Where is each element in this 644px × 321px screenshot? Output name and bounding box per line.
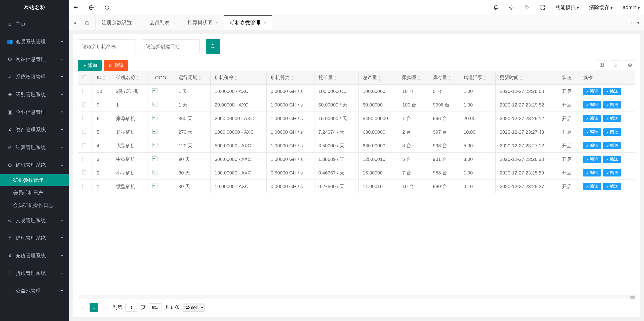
sidebar-subitem[interactable]: 矿机参数管理	[0, 174, 69, 186]
sidebar-item[interactable]: ⌂主页	[0, 15, 69, 33]
sidebar-item[interactable]: ◈级别管理系统▾	[0, 86, 69, 103]
send-button[interactable]: 赠送	[603, 183, 621, 190]
column-header[interactable]: 运行周期▴▾	[174, 71, 211, 85]
sort-icon[interactable]: ▴▾	[103, 74, 105, 81]
globe-icon[interactable]	[89, 5, 94, 10]
sort-icon[interactable]: ▴▾	[418, 74, 420, 81]
pager-page-input[interactable]	[125, 303, 138, 312]
row-checkbox[interactable]	[82, 89, 86, 93]
sort-icon[interactable]: ▴▾	[199, 74, 201, 81]
sidebar-item[interactable]: ¥资产管理系统▾	[0, 121, 69, 138]
column-header[interactable]: 库存量▴▾	[429, 71, 459, 85]
tag-icon[interactable]	[524, 5, 530, 10]
select-all-checkbox[interactable]	[82, 75, 86, 79]
name-input[interactable]	[78, 39, 136, 54]
column-header[interactable]: 更新时间▴▾	[496, 71, 558, 85]
close-icon[interactable]: ×	[173, 20, 175, 25]
sidebar-item[interactable]: ✓系统权限管理▾	[0, 68, 69, 86]
menu-toggle-icon[interactable]	[73, 5, 78, 10]
tab-home[interactable]	[79, 15, 96, 30]
column-header[interactable]: 矿机名称▴▾	[112, 71, 148, 85]
bell-icon[interactable]	[493, 5, 499, 10]
theme-icon[interactable]	[509, 5, 514, 10]
refresh-icon[interactable]	[104, 5, 110, 10]
header-clear-cache[interactable]: 清除缓存 ▾	[589, 4, 613, 11]
add-button[interactable]: ＋添加	[78, 60, 102, 71]
sort-icon[interactable]: ▴▾	[484, 74, 486, 81]
send-button[interactable]: 赠送	[603, 156, 621, 163]
column-header[interactable]: 状态	[558, 71, 579, 85]
row-checkbox[interactable]	[82, 102, 86, 106]
tab[interactable]: 会员列表×	[143, 15, 181, 30]
send-button[interactable]: 赠送	[603, 88, 621, 95]
row-checkbox[interactable]	[82, 157, 86, 161]
column-header[interactable]: 限购量▴▾	[398, 71, 429, 85]
tab[interactable]: 矿机参数管理×	[224, 15, 272, 30]
date-input[interactable]	[142, 39, 200, 54]
row-checkbox[interactable]	[82, 170, 86, 174]
sidebar-item[interactable]: ⋮公益池管理▾	[0, 282, 69, 300]
sidebar-item[interactable]: ⋮货币管理系统▾	[0, 264, 69, 282]
send-button[interactable]: 赠送	[603, 101, 621, 109]
columns-icon[interactable]	[597, 60, 607, 71]
row-checkbox[interactable]	[82, 130, 86, 134]
close-icon[interactable]: ×	[216, 20, 218, 25]
sidebar-item[interactable]: ∞交易管理系统▾	[0, 211, 69, 229]
edit-button[interactable]: 编辑	[583, 101, 601, 109]
sort-icon[interactable]: ▴▾	[449, 74, 451, 81]
edit-button[interactable]: 编辑	[583, 115, 601, 122]
sidebar-item[interactable]: ⊕矿机管理系统▴	[0, 156, 69, 174]
column-header[interactable]: 总产量▴▾	[358, 71, 398, 85]
pager-next[interactable]: ›	[101, 303, 110, 312]
edit-button[interactable]: 编辑	[583, 156, 601, 163]
search-button[interactable]	[206, 39, 220, 54]
close-icon[interactable]: ×	[135, 20, 137, 25]
sidebar-subitem[interactable]: 会员矿机操作日志	[0, 199, 69, 211]
edit-button[interactable]: 编辑	[583, 128, 601, 136]
sort-icon[interactable]: ▴▾	[291, 74, 293, 81]
send-button[interactable]: 赠送	[603, 142, 621, 149]
row-checkbox[interactable]	[82, 116, 86, 120]
delete-button[interactable]: 🗑删除	[104, 60, 128, 71]
sidebar-item[interactable]: ¥提现管理系统▾	[0, 229, 69, 247]
pager-per-page[interactable]: 20 条/页	[183, 303, 205, 312]
sidebar-item[interactable]: ⚙网站信息管理▾	[0, 50, 69, 68]
sort-icon[interactable]: ▴▾	[520, 74, 522, 81]
column-header[interactable]: ID▴▾	[93, 71, 112, 85]
tabs-scroll-left[interactable]: «	[71, 20, 79, 25]
row-checkbox[interactable]	[82, 143, 86, 147]
sidebar-item[interactable]: ▣企业信息管理▾	[0, 103, 69, 121]
sort-icon[interactable]: ▴▾	[334, 74, 336, 81]
tabs-menu[interactable]: ▾	[634, 20, 642, 26]
header-user[interactable]: admin ▾	[623, 5, 640, 11]
sidebar-item[interactable]: 👥会员系统管理▾	[0, 33, 69, 50]
column-header[interactable]: LOGO	[148, 71, 174, 85]
fullscreen-icon[interactable]	[540, 5, 545, 10]
print-icon[interactable]	[625, 60, 635, 71]
edit-button[interactable]: 编辑	[583, 88, 601, 95]
sidebar-subitem[interactable]: 会员矿机日志	[0, 186, 69, 199]
sidebar-item[interactable]: ¥充值管理系统▾	[0, 247, 69, 264]
sidebar-item[interactable]: ☺结算管理系统▾	[0, 138, 69, 156]
sort-icon[interactable]: ▴▾	[379, 74, 380, 81]
column-header[interactable]: 矿机算力▴▾	[266, 71, 314, 85]
send-button[interactable]: 赠送	[603, 128, 621, 136]
pager-prev[interactable]: ‹	[78, 303, 87, 312]
row-checkbox[interactable]	[82, 184, 86, 188]
column-header[interactable]: 赠送活跃▴▾	[459, 71, 496, 85]
sort-icon[interactable]: ▴▾	[137, 74, 139, 81]
header-simulate[interactable]: 功能模拟 ▾	[555, 4, 579, 11]
tab[interactable]: 推荐树状图×	[181, 15, 224, 30]
export-icon[interactable]	[611, 60, 621, 71]
edit-button[interactable]: 编辑	[583, 142, 601, 149]
column-header[interactable]: 矿机价格▴▾	[211, 71, 266, 85]
send-button[interactable]: 赠送	[603, 169, 621, 176]
edit-button[interactable]: 编辑	[583, 169, 601, 176]
sort-icon[interactable]: ▴▾	[235, 74, 237, 81]
column-header[interactable]: 挖矿量▴▾	[314, 71, 358, 85]
horizontal-scrollbar[interactable]	[78, 295, 635, 299]
tabs-scroll-right[interactable]: »	[627, 20, 634, 25]
tab[interactable]: 注册参数设置×	[96, 15, 143, 30]
pager-page-1[interactable]: 1	[90, 303, 98, 312]
pager-go-button[interactable]: 确定	[149, 303, 162, 311]
